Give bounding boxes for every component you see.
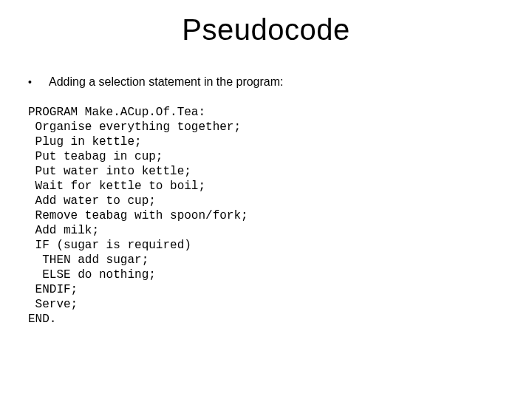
page-title: Pseudocode	[0, 13, 532, 47]
bullet-text: Adding a selection statement in the prog…	[49, 74, 284, 90]
bullet-marker: •	[28, 74, 49, 90]
bullet-item: • Adding a selection statement in the pr…	[28, 74, 502, 90]
slide: Pseudocode • Adding a selection statemen…	[0, 0, 532, 399]
pseudocode-block: PROGRAM Make.ACup.Of.Tea: Organise every…	[28, 105, 502, 327]
